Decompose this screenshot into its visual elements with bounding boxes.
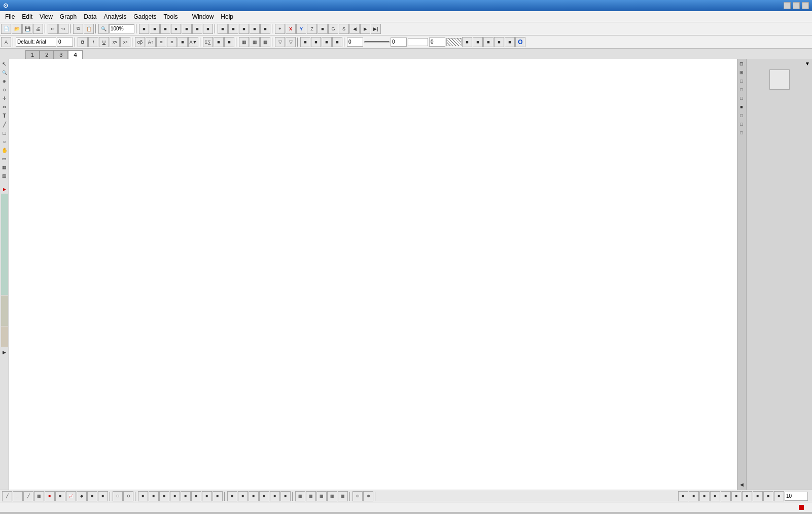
text-tool[interactable]: T [1,112,9,120]
menu-gadgets[interactable]: Gadgets [130,12,159,21]
zoom-in-btn[interactable]: 🔍 [98,24,109,34]
menu-file[interactable]: File [2,12,18,21]
misc-btn7[interactable]: ■ [203,24,213,34]
misc-btn3[interactable]: ■ [160,24,170,34]
circle-tool[interactable]: ○ [1,137,9,145]
rp-btn4[interactable]: □ [737,86,746,94]
subscript-btn[interactable]: xs [120,37,130,47]
rp-collapse[interactable]: ◀ [737,481,746,489]
bt-misc4[interactable]: ■ [710,491,720,501]
end-btn[interactable]: ▶| [371,24,381,34]
menu-format[interactable] [182,16,188,18]
bt-btn19[interactable]: ■ [202,491,212,501]
italic-btn[interactable]: I [88,37,98,47]
expand-btn[interactable]: ▶ [1,348,9,356]
rp-btn9[interactable]: □ [737,129,746,137]
bt-btn24[interactable]: ■ [259,491,269,501]
bt-btn9[interactable]: ■ [87,491,97,501]
misc-fmt3[interactable]: ■ [462,37,472,47]
bt-btn17[interactable]: ■ [181,491,191,501]
filter-btn[interactable]: ▽ [275,37,285,47]
add-apps-button[interactable] [769,69,790,90]
misc-fmt1[interactable]: ■ [214,37,224,47]
region-tool[interactable]: ▭ [1,155,9,163]
misc-btn13[interactable]: + [275,24,285,34]
bt-misc1[interactable]: ■ [678,491,688,501]
scale-tool[interactable]: ⇔ [1,103,9,111]
minimize-button[interactable] [784,2,791,9]
misc-tool2[interactable]: ▧ [1,172,9,180]
misc-btn5[interactable]: ■ [182,24,192,34]
fill-btn2[interactable]: ■ [311,37,321,47]
log-panel[interactable] [1,326,8,347]
bt-btn6[interactable]: ■ [55,491,65,501]
font-size-input[interactable] [57,38,73,47]
misc-btn6[interactable]: ■ [192,24,202,34]
bt-btn14[interactable]: ■ [149,491,159,501]
pan-tool[interactable]: ✛ [1,94,9,102]
bt-btn28[interactable]: ▦ [306,491,316,501]
menu-analysis[interactable]: Analysis [101,12,130,21]
misc-btn1[interactable]: ■ [139,24,149,34]
fill-btn1[interactable]: ■ [300,37,310,47]
hint-panel[interactable] [1,296,8,326]
misc-num-input[interactable] [429,38,445,47]
misc-btn14[interactable]: ■ [317,24,328,34]
bt-misc8[interactable]: ■ [753,491,763,501]
menu-edit[interactable]: Edit [19,12,36,21]
bt-misc2[interactable]: ■ [689,491,699,501]
alpha-btn[interactable]: αβ [135,37,145,47]
bt-btn1[interactable]: ╱ [2,491,12,501]
arrow-btn[interactable]: A▼ [188,37,198,47]
bt-misc3[interactable]: ■ [699,491,710,501]
bt-misc6[interactable]: ■ [731,491,742,501]
tab-3[interactable]: 3 [54,50,68,59]
misc-btn11[interactable]: ■ [250,24,260,34]
misc-btn15[interactable]: G [328,24,338,34]
bt-btn22[interactable]: ■ [238,491,248,501]
align-center-btn[interactable]: ≡ [167,37,177,47]
rp-btn3[interactable]: □ [737,77,746,85]
new-btn[interactable]: 📄 [1,24,11,34]
misc-fmt4[interactable]: ■ [473,37,483,47]
bt-btn26[interactable]: ■ [280,491,291,501]
bt-btn23[interactable]: ■ [249,491,259,501]
save-btn[interactable]: 💾 [22,24,32,34]
rp-btn6[interactable]: ■ [737,103,746,111]
bt-num-input[interactable] [785,492,808,501]
misc-fmt5[interactable]: ■ [483,37,493,47]
num-format-btn[interactable]: ■ [178,37,188,47]
chart-btn2[interactable]: ▦ [250,37,260,47]
bt-btn20[interactable]: ■ [213,491,223,501]
close-button[interactable] [802,2,809,9]
z-btn[interactable]: Z [307,24,317,34]
bt-btn12[interactable]: ⊙ [123,491,133,501]
tab-1[interactable]: 1 [25,50,40,59]
chart-btn3[interactable]: ▦ [260,37,270,47]
rect-tool[interactable]: □ [1,129,9,137]
bt-btn2[interactable]: ... [13,491,23,501]
bt-btn7[interactable]: 📈 [66,491,76,501]
undo-btn[interactable]: ↩ [48,24,58,34]
bt-btn11[interactable]: ⊙ [113,491,123,501]
bt-btn3[interactable]: ╱ [23,491,33,501]
hand-tool[interactable]: ✋ [1,146,9,154]
font-size-up-btn[interactable]: A↑ [146,37,156,47]
bt-btn10[interactable]: ■ [98,491,108,501]
bt-btn30[interactable]: ▦ [327,491,337,501]
bt-btn15[interactable]: ■ [159,491,169,501]
misc-tool3[interactable]: ▶ [1,185,9,193]
y-btn[interactable]: Y [296,24,306,34]
x-btn[interactable]: X [286,24,296,34]
main-canvas[interactable] [9,59,161,135]
menu-graph[interactable]: Graph [57,12,80,21]
filter2-btn[interactable]: ▽ [286,37,296,47]
misc-fmt6[interactable]: ■ [494,37,504,47]
menu-window[interactable]: Window [189,12,217,21]
paste-btn[interactable]: 📋 [84,24,94,34]
bt-misc7[interactable]: ■ [742,491,752,501]
rp-btn2[interactable]: ⊞ [737,68,746,77]
sigma-btn[interactable]: Σ∑ [203,37,213,47]
bt-misc5[interactable]: ■ [721,491,731,501]
bt-btn21[interactable]: ■ [227,491,237,501]
